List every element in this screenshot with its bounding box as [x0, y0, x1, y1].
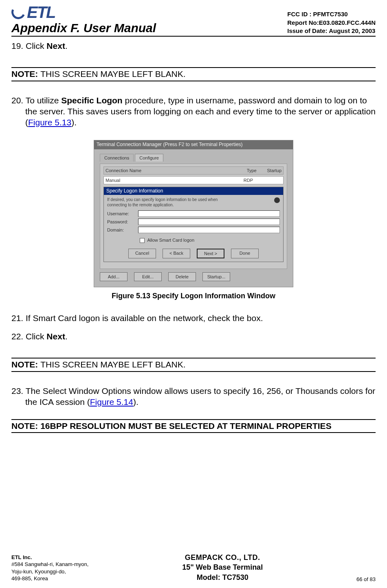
dialog-description-row: If desired, you can specify logon inform…	[107, 197, 280, 208]
tab-connections[interactable]: Connections	[100, 154, 134, 162]
step-23: 23. The Select Window Options window all…	[11, 386, 376, 408]
smartcard-label: Allow Smart Card logon	[147, 238, 194, 243]
page-footer: ETL Inc. #584 Sangwhal-ri, Kanam-myon, Y…	[11, 553, 376, 582]
page-number: 66 of 83	[356, 576, 376, 582]
note-2: NOTE: THIS SCREEN MAYBE LEFT BLANK.	[11, 358, 376, 372]
footer-left: ETL Inc. #584 Sangwhal-ri, Kanam-myon, Y…	[11, 554, 88, 582]
step-22-bold: Next	[46, 332, 65, 341]
col-connection-name: Connection Name	[106, 168, 141, 173]
logo-swoosh-icon	[9, 3, 27, 21]
col-startup: Startup	[267, 168, 281, 173]
note-1: NOTE: THIS SCREEN MAYBE LEFT BLANK.	[11, 67, 376, 81]
figure-tabs: Connections Configure	[100, 153, 287, 161]
dialog-body: If desired, you can specify logon inform…	[104, 195, 283, 262]
note-2-label: NOTE:	[11, 360, 40, 369]
username-field[interactable]	[138, 210, 280, 217]
row-type: RDP	[244, 177, 253, 183]
figure-caption: Figure 5.13 Specify Logon Information Wi…	[11, 291, 376, 301]
dialog-title: Specify Logon Information	[104, 187, 283, 195]
step-20-bold: Specific Logon	[61, 96, 123, 105]
startup-button[interactable]: Startup...	[202, 272, 230, 281]
figure-panel: Connection Name Type Startup Manual RDP …	[100, 164, 287, 269]
step-19-prefix: 19. Click	[11, 41, 46, 50]
footer-product: 15" Web Base Terminal	[182, 562, 263, 572]
figure-5-13: Terminal Connection Manager (Press F2 to…	[11, 140, 376, 301]
add-button[interactable]: Add...	[100, 272, 128, 281]
smartcard-row: Allow Smart Card logon	[140, 237, 280, 243]
header-right: FCC ID : PFMTC7530 Report No:E03.0820.FC…	[287, 10, 376, 35]
note-2-text: THIS SCREEN MAYBE LEFT BLANK.	[40, 360, 185, 369]
footer-addr-3: 469-885, Korea	[11, 575, 88, 582]
step-20-prefix: 20. To utilize	[11, 96, 61, 105]
header-left: ETL Appendix F. User Manual	[11, 5, 156, 35]
footer-addr-1: #584 Sangwhal-ri, Kanam-myon,	[11, 561, 88, 568]
note-1-text: THIS SCREEN MAYBE LEFT BLANK.	[40, 69, 185, 79]
step-20: 20. To utilize Specific Logon procedure,…	[11, 95, 376, 128]
row-name: Manual	[106, 177, 120, 183]
footer-model: Model: TC7530	[182, 573, 263, 582]
step-19: 19. Click Next.	[11, 41, 376, 52]
page-header: ETL Appendix F. User Manual FCC ID : PFM…	[11, 5, 376, 37]
step-21: 21. If Smart Card logon is available on …	[11, 313, 376, 324]
domain-row: Domain:	[107, 227, 280, 233]
figure-window: Terminal Connection Manager (Press F2 to…	[94, 140, 293, 287]
specify-logon-dialog: Specify Logon Information If desired, yo…	[103, 187, 284, 262]
ica-icon	[274, 197, 280, 203]
domain-label: Domain:	[107, 227, 136, 233]
domain-field[interactable]	[138, 227, 280, 233]
dialog-description: If desired, you can specify logon inform…	[107, 197, 229, 208]
step-22-suffix: .	[65, 332, 68, 341]
step-20-suffix: ).	[71, 118, 77, 127]
note-3: NOTE: 16BPP RESOLUTION MUST BE SELECTED …	[11, 419, 376, 433]
figure-bottom-buttons: Add... Edit... Delete Startup...	[100, 272, 287, 281]
footer-addr-2: Yoju-kun, Kyounggi-do,	[11, 568, 88, 575]
step-19-suffix: .	[65, 41, 68, 50]
footer-company: ETL Inc.	[11, 554, 88, 561]
logo-text: ETL	[27, 5, 55, 20]
body: 19. Click Next. NOTE: THIS SCREEN MAYBE …	[11, 41, 376, 433]
issue-date: Issue of Date: August 20, 2003	[287, 27, 376, 35]
smartcard-checkbox[interactable]	[140, 238, 145, 243]
edit-button[interactable]: Edit...	[134, 272, 162, 281]
done-button[interactable]: Done	[231, 249, 259, 258]
footer-gempack: GEMPACK CO., LTD.	[182, 553, 263, 562]
step-19-bold: Next	[46, 41, 65, 50]
note-3-text: NOTE: 16BPP RESOLUTION MUST BE SELECTED …	[11, 421, 332, 431]
tab-configure[interactable]: Configure	[135, 154, 163, 162]
password-field[interactable]	[138, 219, 280, 225]
etl-logo: ETL	[11, 5, 156, 20]
figure-titlebar: Terminal Connection Manager (Press F2 to…	[94, 140, 293, 149]
dialog-buttons: Cancel < Back Next > Done	[107, 246, 280, 259]
next-button[interactable]: Next >	[197, 249, 224, 258]
password-label: Password:	[107, 219, 136, 225]
password-row: Password:	[107, 219, 280, 225]
note-1-label: NOTE:	[11, 69, 40, 79]
list-header: Connection Name Type Startup	[103, 166, 284, 175]
figure-inner: Connections Configure Connection Name Ty…	[94, 149, 293, 287]
step-22-prefix: 22. Click	[11, 332, 46, 341]
col-type: Type	[247, 168, 257, 173]
footer-right: 66 of 83	[356, 576, 376, 582]
figure-5-13-link[interactable]: Figure 5.13	[28, 118, 71, 127]
footer-center: GEMPACK CO., LTD. 15" Web Base Terminal …	[182, 553, 263, 582]
username-row: Username:	[107, 210, 280, 217]
fcc-id: FCC ID : PFMTC7530	[287, 10, 376, 18]
figure-5-14-link[interactable]: Figure 5.14	[90, 397, 133, 407]
cancel-button[interactable]: Cancel	[128, 249, 156, 258]
back-button[interactable]: < Back	[163, 249, 190, 258]
report-no: Report No:E03.0820.FCC.444N	[287, 19, 376, 27]
step-23-prefix: 23. The Select Window Options window all…	[11, 386, 375, 407]
list-row[interactable]: Manual RDP	[103, 176, 284, 184]
step-23-suffix: ).	[133, 397, 139, 407]
username-label: Username:	[107, 211, 136, 216]
step-22: 22. Click Next.	[11, 331, 376, 342]
delete-button[interactable]: Delete	[168, 272, 196, 281]
appendix-title: Appendix F. User Manual	[11, 21, 156, 35]
